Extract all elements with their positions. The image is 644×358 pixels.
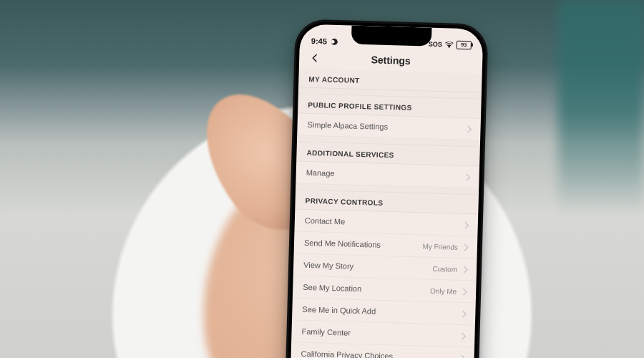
row-value: My Friends xyxy=(422,242,458,251)
phone-screen: 9:45 SOS 93 xyxy=(290,24,484,358)
phone-frame: 9:45 SOS 93 xyxy=(284,19,488,358)
chevron-right-icon xyxy=(460,288,467,295)
chevron-right-icon xyxy=(459,332,466,339)
row-label: See My Location xyxy=(303,283,361,293)
status-time: 9:45 xyxy=(311,37,327,46)
chevron-right-icon xyxy=(458,354,465,358)
row-value: Custom xyxy=(432,264,457,273)
chevron-right-icon xyxy=(464,125,472,132)
row-value: Only Me xyxy=(430,286,457,295)
row-label: Send Me Notifications xyxy=(304,238,381,249)
row-label: Family Center xyxy=(301,327,351,337)
status-sos: SOS xyxy=(429,41,442,49)
chevron-right-icon xyxy=(463,173,470,180)
chevron-right-icon xyxy=(461,243,468,251)
row-label: Simple Alpaca Settings xyxy=(307,120,388,131)
row-label: California Privacy Choices xyxy=(301,349,394,358)
do-not-disturb-icon xyxy=(330,37,338,46)
row-label: See Me in Quick Add xyxy=(302,305,376,316)
photo-background: 9:45 SOS 93 xyxy=(0,0,644,358)
settings-list[interactable]: MY ACCOUNT PUBLIC PROFILE SETTINGS Simpl… xyxy=(290,69,482,358)
battery-level: 93 xyxy=(461,42,467,47)
battery-icon: 93 xyxy=(457,41,472,50)
chevron-right-icon xyxy=(459,310,467,317)
wifi-icon xyxy=(445,42,454,48)
notch xyxy=(351,26,432,47)
row-label: Manage xyxy=(306,168,335,178)
row-label: View My Story xyxy=(303,261,353,271)
chevron-right-icon xyxy=(461,266,468,273)
row-label: Contact Me xyxy=(305,216,346,226)
chevron-right-icon xyxy=(462,221,469,228)
